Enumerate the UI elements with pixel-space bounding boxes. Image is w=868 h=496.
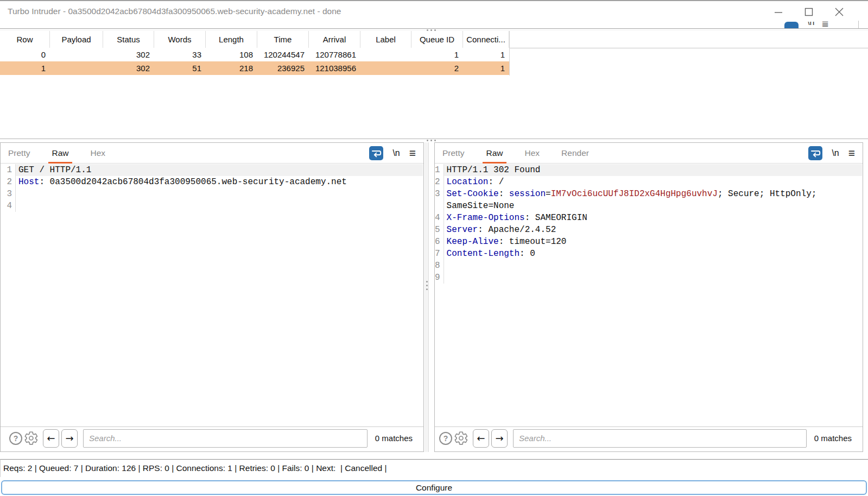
response-panel: PrettyRawHexRender \n ≡ 1HTTP/1.1 302 Fo… [434,142,863,452]
editor-line: 4 [1,200,423,212]
tab-render[interactable]: Render [561,143,589,163]
search-input[interactable] [83,429,368,448]
search-next-button[interactable]: → [491,429,508,448]
tab-hex[interactable]: Hex [525,143,540,163]
maximize-icon [802,5,815,18]
editor-line: 7Content-Length: 0 [435,248,862,260]
cell-queue-id: 2 [411,61,463,75]
line-number: 2 [435,176,444,188]
column-header-length[interactable]: Length [206,31,257,48]
line-content: Content-Length: 0 [444,248,862,260]
cell-arrival: 121038956 [309,61,360,75]
match-count: 0 matches [814,434,852,443]
tab-raw[interactable]: Raw [52,143,68,163]
window-title: Turbo Intruder - 0a3500d2042acb67804d3fa… [8,7,341,16]
response-searchbar: ? ← → 0 matches [435,426,863,451]
search-input[interactable] [513,429,807,448]
table-row[interactable]: 03023310812024454712077886111 [0,48,509,61]
line-content: Server: Apache/2.4.52 [444,224,862,236]
settings-gear-icon[interactable] [24,431,39,445]
cell-status: 302 [103,61,154,75]
request-panel: PrettyRawHex \n ≡ 1GET / HTTP/1.12Host: … [0,142,424,452]
help-icon[interactable]: ? [439,432,452,445]
request-tabbar: PrettyRawHex \n ≡ [1,143,423,164]
line-content [444,272,862,284]
cell-connecti: 1 [463,48,509,61]
help-icon[interactable]: ? [9,432,22,445]
search-previous-button[interactable]: ← [473,429,489,448]
tab-raw[interactable]: Raw [486,143,503,163]
column-header-arrival[interactable]: Arrival [309,31,360,48]
line-number: 3 [1,188,16,200]
line-content: X-Frame-Options: SAMEORIGIN [444,212,862,224]
line-content: Keep-Alive: timeout=120 [444,236,862,248]
column-header-payload[interactable]: Payload [50,31,103,48]
line-content: Set-Cookie: session=IM7vOci6ucUUfJ8ID2xG… [444,188,862,212]
response-editor[interactable]: 1HTTP/1.1 302 Found2Location: /3Set-Cook… [435,164,862,426]
response-tabbar: PrettyRawHexRender \n ≡ [435,143,863,164]
search-next-button[interactable]: → [61,429,78,448]
tab-pretty[interactable]: Pretty [442,143,464,163]
line-number: 9 [435,272,444,284]
minimize-button[interactable] [765,1,791,23]
request-editor[interactable]: 1GET / HTTP/1.12Host: 0a3500d2042acb6780… [1,164,423,426]
line-number: 6 [435,236,444,248]
line-number: 4 [1,200,16,212]
cell-row: 0 [0,48,50,61]
cell-payload [50,48,103,61]
maximize-button[interactable] [796,1,821,23]
line-number: 7 [435,248,444,260]
line-content [16,188,423,200]
horizontal-splitter-middle[interactable] [0,139,868,142]
editor-line: 2Location: / [435,176,862,188]
table-row[interactable]: 13025121823692512103895621 [0,61,509,75]
line-content [444,260,862,272]
request-searchbar: ? ← → 0 matches [1,426,423,451]
word-wrap-icon[interactable] [808,146,822,160]
word-wrap-icon[interactable] [369,146,383,160]
editor-line: 3 [1,188,423,200]
settings-gear-icon[interactable] [454,431,468,445]
vertical-splitter[interactable] [425,142,429,452]
tab-hex[interactable]: Hex [91,143,106,163]
splitter-grip [426,281,428,290]
column-header-connecti[interactable]: Connecti... [463,31,509,48]
close-button[interactable] [826,1,852,23]
cell-length: 218 [206,61,257,75]
line-number: 4 [435,212,444,224]
line-content [16,200,423,212]
cell-time: 120244547 [257,48,309,61]
line-number: 1 [1,164,16,176]
cell-row: 1 [0,61,50,75]
configure-button[interactable]: Configure [1,480,867,495]
cell-status: 302 [103,48,154,61]
editor-line: 5Server: Apache/2.4.52 [435,224,862,236]
column-header-queue-id[interactable]: Queue ID [411,31,463,48]
cell-label [360,48,411,61]
titlebar[interactable]: Turbo Intruder - 0a3500d2042acb67804d3fa… [0,0,868,22]
editor-line: 3Set-Cookie: session=IM7vOci6ucUUfJ8ID2x… [435,188,862,212]
editor-line: 9 [435,272,862,284]
cell-words: 51 [154,61,206,75]
menu-icon[interactable]: ≡ [848,147,855,159]
cell-payload [50,61,103,75]
request-tab-icons: \n ≡ [369,143,423,163]
search-previous-button[interactable]: ← [43,429,59,448]
editor-line: 6Keep-Alive: timeout=120 [435,236,862,248]
column-header-label[interactable]: Label [360,31,411,48]
column-header-words[interactable]: Words [154,31,206,48]
column-header-time[interactable]: Time [257,31,309,48]
column-header-row[interactable]: Row [0,31,50,48]
tab-pretty[interactable]: Pretty [8,143,30,163]
status-bar: Reqs: 2 | Queued: 7 | Duration: 126 | RP… [0,459,868,477]
column-header-status[interactable]: Status [103,31,154,48]
line-number: 3 [435,188,444,212]
menu-icon[interactable]: ≡ [409,147,416,159]
line-number: 8 [435,260,444,272]
newline-toggle-icon[interactable]: \n [392,148,400,158]
cell-time: 236925 [257,61,309,75]
line-content: Location: / [444,176,862,188]
line-number: 1 [435,164,444,176]
newline-toggle-icon[interactable]: \n [832,148,839,158]
cell-queue-id: 1 [411,48,463,61]
